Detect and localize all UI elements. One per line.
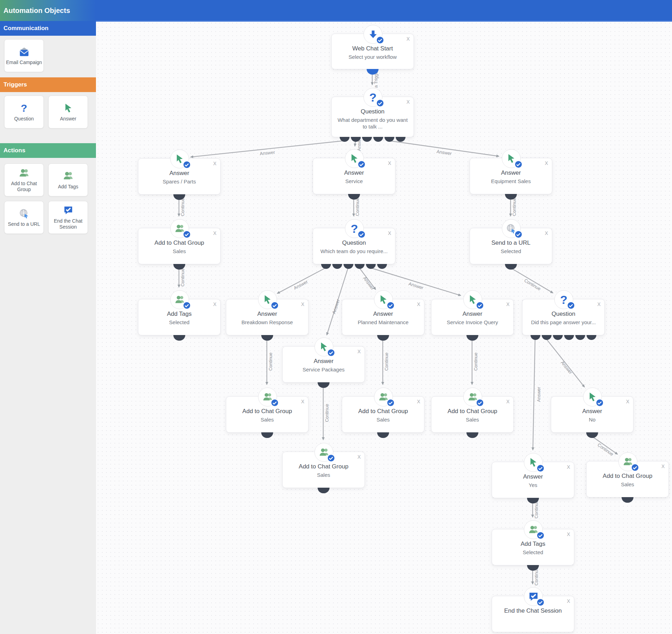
node-subtitle: What department do you want to talk ... [332,117,414,130]
node-close-button[interactable]: X [597,301,601,307]
node-close-button[interactable]: X [417,301,420,307]
flow-node-g-planned[interactable]: XAdd to Chat GroupSales [342,396,424,433]
node-title: Add Tags [138,311,220,318]
node-close-button[interactable]: X [661,464,665,469]
output-port[interactable] [366,264,376,269]
output-port[interactable] [362,137,372,142]
flow-node-a-spares[interactable]: XAnswerSpares / Parts [138,158,221,195]
node-subtitle: Did this page answer your... [522,319,604,326]
flow-node-q-dept[interactable]: ?XQuestionWhat department do you want to… [331,97,414,137]
flow-node-g-sales-left[interactable]: XAdd to Chat GroupSales [138,228,221,264]
output-port[interactable] [553,335,563,340]
flow-node-g-right[interactable]: XAdd to Chat GroupSales [586,461,669,497]
check-badge-icon [387,301,395,309]
output-port[interactable] [344,264,353,269]
palette-item-end-chat-session[interactable]: End the Chat Session [48,201,88,234]
automation-workflow-app: { "sidebar": { "title": "Automation Obje… [0,0,672,634]
node-close-button[interactable]: X [301,399,304,404]
check-badge-icon [536,598,545,606]
flow-node-a-invoice[interactable]: XAnswerService Invoice Query [431,299,514,335]
node-close-button[interactable]: X [301,301,304,307]
flow-node-g-invoice[interactable]: XAdd to Chat GroupSales [431,396,514,433]
node-subtitle: Sales [431,417,513,423]
output-port[interactable] [564,335,574,340]
node-close-button[interactable]: X [213,301,216,307]
output-port[interactable] [542,335,552,340]
node-close-button[interactable]: X [388,230,391,236]
output-port[interactable] [332,264,342,269]
node-title: Answer [470,169,552,176]
output-port[interactable] [351,137,361,142]
check-badge-icon [567,301,575,309]
node-close-button[interactable]: X [213,230,216,236]
node-title: Answer [551,408,633,415]
flow-node-q-page[interactable]: ?XQuestionDid this page answer your... [522,299,605,335]
node-close-button[interactable]: X [506,399,510,404]
flow-node-g-packages[interactable]: XAdd to Chat GroupSales [282,452,365,488]
flow-node-g-breakdown[interactable]: XAdd to Chat GroupSales [226,396,309,433]
node-close-button[interactable]: X [388,160,391,166]
check-badge-icon [376,99,384,107]
output-port[interactable] [355,264,365,269]
flow-node-a-no[interactable]: XAnswerNo [551,396,633,433]
node-close-button[interactable]: X [545,160,548,166]
flow-node-t-selected-bottom[interactable]: XAdd TagsSelected [492,529,574,565]
node-close-button[interactable]: X [567,464,570,470]
flow-node-a-yes[interactable]: XAnswerYes [492,462,574,498]
flow-node-send-url[interactable]: XSend to a URLSelected [470,228,552,264]
output-port[interactable] [340,137,349,142]
flow-node-start[interactable]: XWeb Chat StartSelect your workflow [331,34,414,69]
node-close-button[interactable]: X [567,531,570,537]
url-icon [502,219,521,238]
output-port[interactable] [575,335,585,340]
node-subtitle: Sales [138,248,220,255]
flow-node-a-service[interactable]: XAnswerService [313,158,395,194]
flow-node-a-equipment[interactable]: XAnswerEquipment Sales [470,158,552,194]
node-close-button[interactable]: X [567,598,570,604]
palette-item-question[interactable]: ? Question [4,96,44,128]
check-badge-icon [536,531,545,539]
check-badge-icon [387,399,395,407]
chat-group-icon [374,388,393,406]
canvas-top-bar [96,0,672,22]
node-subtitle: Equipment Sales [470,178,552,185]
output-port[interactable] [377,264,387,269]
check-badge-icon [327,349,335,357]
output-ports [531,335,596,340]
flow-node-q-team[interactable]: ?XQuestionWhich team do you require... [313,228,395,264]
node-close-button[interactable]: X [417,399,420,404]
node-title: Add to Chat Group [283,463,365,470]
node-close-button[interactable]: X [545,230,548,236]
flow-node-end-chat[interactable]: XEnd the Chat Session [492,596,574,632]
chat-group-icon [19,167,30,179]
output-port[interactable] [531,335,540,340]
flow-node-t-selected-left[interactable]: XAdd TagsSelected [138,299,221,335]
flow-node-a-breakdown[interactable]: XAnswerBreakdown Response [226,299,309,335]
chat-group-icon [618,452,637,471]
output-port[interactable] [396,137,406,142]
output-port[interactable] [373,137,383,142]
palette-item-answer[interactable]: Answer [48,96,88,128]
flow-node-a-planned[interactable]: XAnswerPlanned Maintenance [342,299,424,335]
output-port[interactable] [321,264,331,269]
palette-item-add-to-chat-group[interactable]: Add to Chat Group [4,163,44,196]
palette-item-email-campaign[interactable]: Email Campaign [4,39,44,72]
node-title: Add to Chat Group [138,239,220,246]
node-subtitle: Sales [587,481,668,488]
section-header-triggers: Triggers [0,77,96,92]
node-close-button[interactable]: X [626,399,629,404]
node-subtitle: Service [313,178,395,185]
node-close-button[interactable]: X [506,301,510,307]
palette-item-add-tags[interactable]: Add Tags [48,163,88,196]
palette-item-send-to-url[interactable]: Send to a URL [4,201,44,234]
node-close-button[interactable]: X [407,36,410,42]
tags-icon [170,290,189,309]
output-port[interactable] [587,335,596,340]
node-close-button[interactable]: X [358,349,361,354]
output-port[interactable] [385,137,394,142]
answer-icon [345,149,364,168]
node-close-button[interactable]: X [358,454,361,460]
node-close-button[interactable]: X [213,161,216,166]
flow-node-a-packages[interactable]: XAnswerService Packages [282,346,365,383]
node-close-button[interactable]: X [407,99,410,105]
